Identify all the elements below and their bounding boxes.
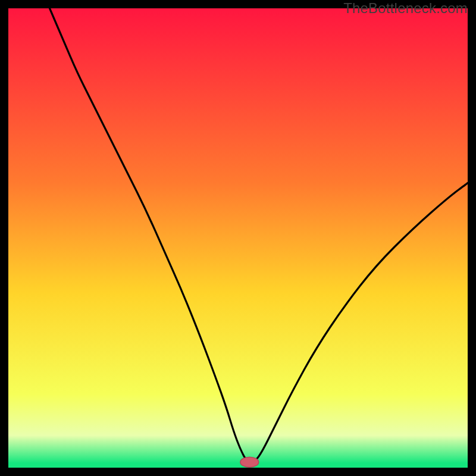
chart-svg bbox=[8, 8, 468, 468]
gradient-background bbox=[8, 8, 468, 468]
optimum-marker bbox=[240, 457, 259, 467]
plot-area bbox=[8, 8, 468, 468]
watermark-text: TheBottleneck.com bbox=[343, 0, 468, 17]
chart-stage: TheBottleneck.com bbox=[0, 0, 476, 476]
